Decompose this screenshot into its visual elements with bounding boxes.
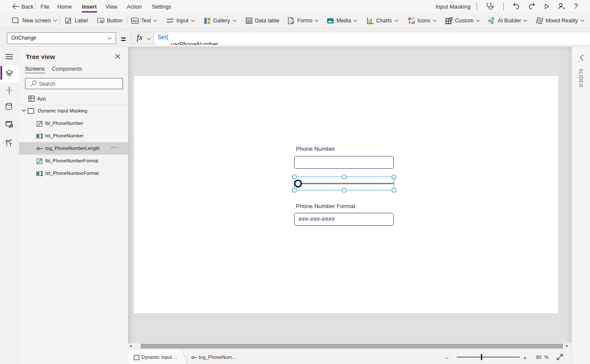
svg-text:Abc: Abc <box>132 19 138 23</box>
